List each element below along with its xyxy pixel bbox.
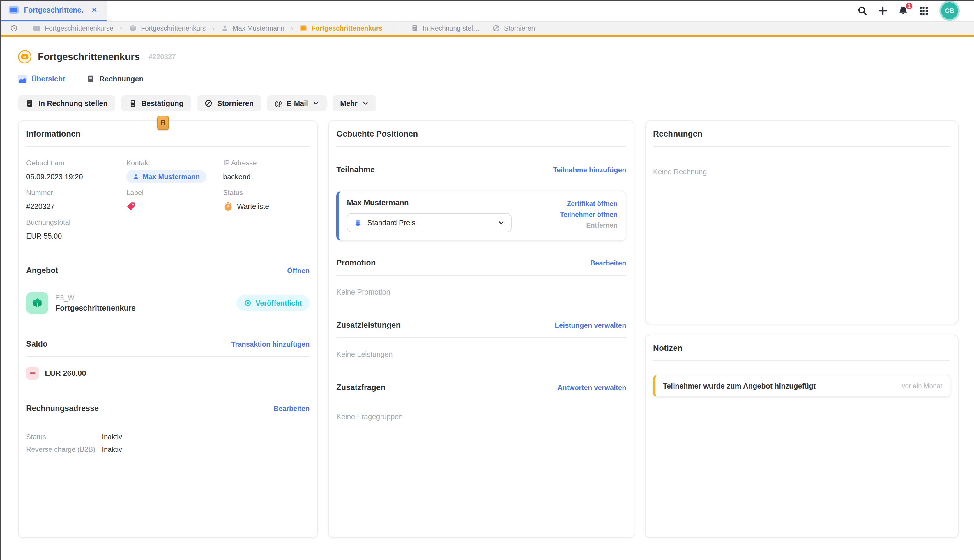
right-column: Rechnungen Keine Rechnung Notizen Teilne… (645, 120, 959, 538)
offer-item[interactable]: E3_W Fortgeschrittenenkurs Veröffentlich… (26, 292, 310, 314)
billing-section-header: Rechnungsadresse Bearbeiten (26, 404, 310, 413)
at-icon: @ (275, 100, 282, 107)
promotion-section-header: Promotion Bearbeiten (336, 258, 626, 267)
breadcrumb-actions: In Rechnung stel… Stornieren (411, 25, 548, 32)
manage-answers-link[interactable]: Antworten verwalten (558, 383, 626, 392)
offer-section-header: Angebot Öffnen (26, 266, 310, 275)
breadcrumb-action-invoice[interactable]: In Rechnung stel… (411, 25, 480, 32)
stopwatch-icon (223, 202, 233, 211)
breadcrumb-item-booking-active[interactable]: Fortgeschrittenenkurs (300, 25, 382, 32)
search-icon[interactable] (857, 5, 868, 16)
chevron-down-icon (362, 100, 369, 107)
chevron-down-icon (498, 219, 505, 226)
invoices-empty-state: Keine Rechnung (653, 168, 951, 176)
participation-section-header: Teilnahme Teilnahme hinzufügen (336, 165, 626, 174)
cancel-button[interactable]: Stornieren (197, 95, 261, 111)
apps-grid-icon[interactable] (918, 5, 929, 16)
contact-link[interactable]: Max Mustermann (127, 170, 206, 183)
ticket-icon (300, 25, 307, 31)
chart-icon (18, 75, 27, 83)
user-avatar[interactable]: CB (941, 2, 958, 19)
note-timestamp: vor ein Monat (902, 382, 942, 390)
manage-services-link[interactable]: Leistungen verwalten (555, 321, 626, 330)
chevron-right-icon: › (120, 24, 122, 33)
view-tabs: Übersicht Rechnungen (18, 75, 959, 83)
services-section-header: Zusatzleistungen Leistungen verwalten (336, 321, 626, 330)
email-button[interactable]: @ E-Mail (267, 95, 327, 111)
ticket-favicon-icon (9, 6, 18, 14)
price-option-select[interactable]: Standard Preis (347, 213, 512, 232)
person-icon (221, 25, 228, 32)
promotion-edit-link[interactable]: Bearbeiten (590, 259, 626, 267)
close-tab-icon[interactable] (89, 5, 100, 15)
add-icon[interactable] (877, 5, 888, 16)
add-participation-link[interactable]: Teilnahme hinzufügen (553, 166, 626, 174)
page-header: Fortgeschrittenenkurs #220327 (18, 50, 959, 63)
questions-empty-state: Keine Fragegruppen (336, 412, 626, 421)
note-text: Teilnehmer wurde zum Angebot hinzugefügt (663, 382, 816, 390)
info-fields: Gebucht am 05.09.2023 19:20 Kontakt Max … (26, 159, 310, 243)
billing-row: Status Inaktiv (26, 432, 310, 441)
tab-strip: Fortgeschrittene… 1 CB (0, 0, 974, 22)
billing-edit-link[interactable]: Bearbeiten (274, 405, 310, 413)
questions-section-header: Zusatzfragen Antworten verwalten (336, 383, 626, 392)
notes-card: Notizen Teilnehmer wurde zum Angebot hin… (645, 335, 959, 538)
note-item[interactable]: Teilnehmer wurde zum Angebot hinzugefügt… (653, 375, 951, 397)
topbar-actions: 1 CB (857, 0, 958, 22)
add-transaction-link[interactable]: Transaktion hinzufügen (231, 340, 310, 348)
field-status: Status Warteliste (223, 188, 310, 213)
divider (336, 146, 626, 147)
divider (26, 146, 310, 147)
divider (26, 356, 310, 357)
services-empty-state: Keine Leistungen (336, 350, 626, 358)
eye-icon (244, 299, 252, 307)
browser-tab[interactable]: Fortgeschrittene… (0, 0, 107, 21)
breadcrumb-item-course[interactable]: Fortgeschrittenenkurs (129, 24, 205, 32)
remove-link[interactable]: Entfernen (586, 222, 617, 229)
browser-tab-title: Fortgeschrittene… (24, 6, 84, 14)
divider (336, 400, 626, 400)
info-card: Informationen Gebucht am 05.09.2023 19:2… (18, 120, 318, 538)
record-id: #220327 (148, 53, 175, 61)
tab-rechnungen[interactable]: Rechnungen (87, 75, 143, 83)
main-content: Fortgeschrittenenkurs #220327 Übersicht … (0, 50, 974, 538)
published-badge: Veröffentlicht (237, 295, 310, 311)
invoice-button[interactable]: In Rechnung stellen (18, 95, 115, 111)
toolbar: In Rechnung stellen Bestätigung Stornier… (18, 95, 959, 111)
history-icon[interactable] (5, 24, 23, 32)
balance-section-header: Saldo Transaktion hinzufügen (26, 340, 310, 349)
cube-icon (26, 292, 48, 314)
breadcrumb-item-contact[interactable]: Max Mustermann (221, 25, 285, 32)
cancel-icon (492, 25, 500, 32)
notifications-bell-icon[interactable]: 1 (898, 5, 909, 16)
field-booked-at: Gebucht am 05.09.2023 19:20 (26, 159, 127, 183)
more-button[interactable]: Mehr (332, 95, 376, 111)
confirmation-button[interactable]: Bestätigung (121, 95, 191, 111)
offer-name: Fortgeschrittenenkurs (55, 303, 136, 313)
notification-count-badge: 1 (905, 2, 913, 10)
open-certificate-link[interactable]: Zertifikat öffnen (567, 200, 617, 208)
field-total: Buchungstotal EUR 55.00 (26, 218, 127, 243)
promotion-empty-state: Keine Promotion (336, 288, 626, 296)
booking-ticket-icon (18, 50, 32, 63)
field-ip: IP Adresse backend (223, 159, 310, 183)
chevron-down-icon (313, 100, 319, 107)
positions-card: Gebuchte Positionen Teilnahme Teilnahme … (328, 120, 634, 538)
positions-card-title: Gebuchte Positionen (336, 129, 626, 138)
open-participant-link[interactable]: Teilnehmer öffnen (560, 211, 617, 218)
breadcrumb-action-cancel[interactable]: Stornieren (492, 25, 535, 32)
offer-open-link[interactable]: Öffnen (287, 267, 310, 275)
breadcrumb: Fortgeschrittenenkurse › Fortgeschritten… (0, 22, 974, 37)
invoice-icon (411, 25, 419, 32)
participant-item: Max Mustermann Standard Preis Zertifikat… (336, 191, 626, 241)
tab-uebersicht[interactable]: Übersicht (18, 75, 65, 83)
divider (653, 146, 951, 147)
window-edge-top (0, 0, 974, 1)
divider (336, 275, 626, 276)
package-icon (129, 24, 137, 32)
breadcrumb-item-courses[interactable]: Fortgeschrittenenkurse (33, 24, 113, 32)
divider (653, 360, 951, 361)
invoices-card-title: Rechnungen (653, 129, 951, 138)
divider (26, 421, 310, 421)
field-label: Label - (127, 188, 223, 213)
